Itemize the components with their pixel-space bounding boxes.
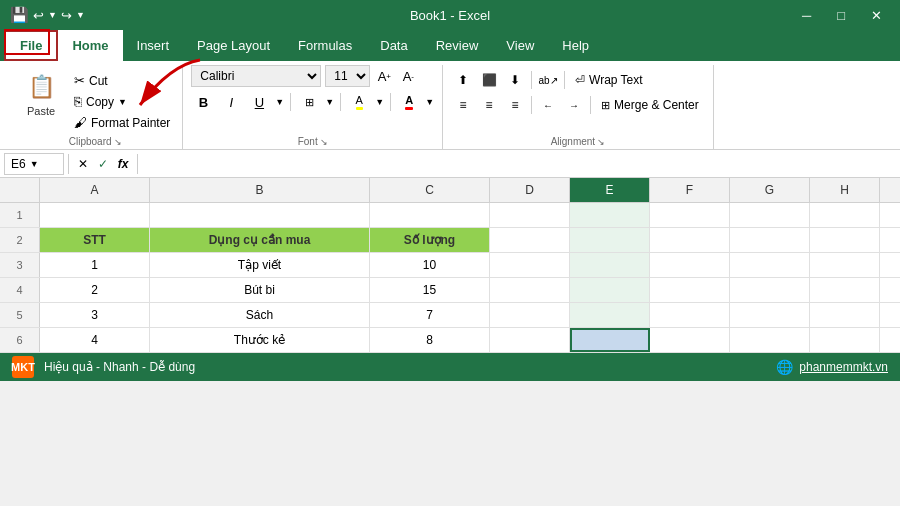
cell-c6[interactable]: 8 (370, 328, 490, 352)
cell-g5[interactable] (730, 303, 810, 327)
font-dialog-icon[interactable]: ↘ (320, 137, 328, 147)
cell-e4[interactable] (570, 278, 650, 302)
col-header-c[interactable]: C (370, 178, 490, 202)
cell-reference-box[interactable]: E6 ▼ (4, 153, 64, 175)
align-bottom-button[interactable]: ⬇ (503, 69, 527, 91)
underline-button[interactable]: U (247, 91, 271, 113)
cell-d2[interactable] (490, 228, 570, 252)
alignment-dialog-icon[interactable]: ↘ (597, 137, 605, 147)
cell-b6[interactable]: Thước kẻ (150, 328, 370, 352)
align-left-button[interactable]: ≡ (451, 94, 475, 116)
cell-f3[interactable] (650, 253, 730, 277)
italic-button[interactable]: I (219, 91, 243, 113)
cell-a6[interactable]: 4 (40, 328, 150, 352)
cell-c3[interactable]: 10 (370, 253, 490, 277)
cell-g1[interactable] (730, 203, 810, 227)
underline-dropdown-icon[interactable]: ▼ (275, 97, 284, 107)
cell-e2[interactable] (570, 228, 650, 252)
tab-data[interactable]: Data (366, 30, 421, 61)
website-url[interactable]: phanmemmkt.vn (799, 360, 888, 374)
cell-h6[interactable] (810, 328, 880, 352)
align-top-button[interactable]: ⬆ (451, 69, 475, 91)
cell-d6[interactable] (490, 328, 570, 352)
font-color-dropdown-icon[interactable]: ▼ (425, 97, 434, 107)
col-header-f[interactable]: F (650, 178, 730, 202)
minimize-button[interactable]: ─ (794, 6, 819, 25)
tab-review[interactable]: Review (422, 30, 493, 61)
customize-icon[interactable]: ▼ (76, 10, 85, 20)
cell-b2[interactable]: Dụng cụ cần mua (150, 228, 370, 252)
copy-button[interactable]: ⎘ Copy ▼ (70, 92, 174, 111)
tab-formulas[interactable]: Formulas (284, 30, 366, 61)
tab-view[interactable]: View (492, 30, 548, 61)
tab-help[interactable]: Help (548, 30, 603, 61)
cell-f5[interactable] (650, 303, 730, 327)
cell-f6[interactable] (650, 328, 730, 352)
close-button[interactable]: ✕ (863, 6, 890, 25)
align-right-button[interactable]: ≡ (503, 94, 527, 116)
decrease-font-button[interactable]: A- (398, 66, 418, 86)
formula-input[interactable] (142, 153, 896, 175)
save-icon[interactable]: 💾 (10, 6, 29, 24)
cell-e3[interactable] (570, 253, 650, 277)
merge-center-button[interactable]: ⊞ Merge & Center (595, 96, 705, 114)
cell-a4[interactable]: 2 (40, 278, 150, 302)
cell-g2[interactable] (730, 228, 810, 252)
tab-insert[interactable]: Insert (123, 30, 184, 61)
col-header-e[interactable]: E (570, 178, 650, 202)
increase-indent-button[interactable]: → (562, 94, 586, 116)
cell-c2[interactable]: Số lượng (370, 228, 490, 252)
col-header-h[interactable]: H (810, 178, 880, 202)
fill-color-button[interactable]: A (347, 91, 371, 113)
cell-h4[interactable] (810, 278, 880, 302)
fill-dropdown-icon[interactable]: ▼ (375, 97, 384, 107)
cancel-formula-button[interactable]: ✕ (73, 154, 93, 174)
cell-e6[interactable] (570, 328, 650, 352)
cell-a1[interactable] (40, 203, 150, 227)
font-name-select[interactable]: Calibri (191, 65, 321, 87)
tab-file[interactable]: File (4, 30, 58, 61)
cell-c1[interactable] (370, 203, 490, 227)
col-header-g[interactable]: G (730, 178, 810, 202)
cut-button[interactable]: ✂ Cut (70, 71, 174, 90)
cell-f4[interactable] (650, 278, 730, 302)
cell-d5[interactable] (490, 303, 570, 327)
col-header-a[interactable]: A (40, 178, 150, 202)
paste-button[interactable]: 📋 Paste (16, 67, 66, 121)
decrease-indent-button[interactable]: ← (536, 94, 560, 116)
align-middle-button[interactable]: ⬛ (477, 69, 501, 91)
cell-d4[interactable] (490, 278, 570, 302)
font-color-button[interactable]: A (397, 91, 421, 113)
cell-d1[interactable] (490, 203, 570, 227)
cell-d3[interactable] (490, 253, 570, 277)
copy-dropdown-icon[interactable]: ▼ (118, 97, 127, 107)
clipboard-dialog-icon[interactable]: ↘ (114, 137, 122, 147)
redo-icon[interactable]: ↪ (61, 8, 72, 23)
cell-e5[interactable] (570, 303, 650, 327)
orient-button[interactable]: ab↗ (536, 69, 560, 91)
undo-icon[interactable]: ↩ (33, 8, 44, 23)
cell-g3[interactable] (730, 253, 810, 277)
cell-b4[interactable]: Bút bi (150, 278, 370, 302)
cell-h3[interactable] (810, 253, 880, 277)
cell-f2[interactable] (650, 228, 730, 252)
cell-c4[interactable]: 15 (370, 278, 490, 302)
cell-e1[interactable] (570, 203, 650, 227)
confirm-formula-button[interactable]: ✓ (93, 154, 113, 174)
increase-font-button[interactable]: A+ (374, 66, 394, 86)
maximize-button[interactable]: □ (829, 6, 853, 25)
insert-function-button[interactable]: fx (113, 154, 133, 174)
cell-c5[interactable]: 7 (370, 303, 490, 327)
col-header-d[interactable]: D (490, 178, 570, 202)
undo-dropdown-icon[interactable]: ▼ (48, 10, 57, 20)
cell-a5[interactable]: 3 (40, 303, 150, 327)
cell-b1[interactable] (150, 203, 370, 227)
wrap-text-button[interactable]: ⏎ Wrap Text (569, 71, 649, 89)
cell-g6[interactable] (730, 328, 810, 352)
format-painter-button[interactable]: 🖌 Format Painter (70, 113, 174, 132)
cell-a2[interactable]: STT (40, 228, 150, 252)
cell-b3[interactable]: Tập viết (150, 253, 370, 277)
borders-dropdown-icon[interactable]: ▼ (325, 97, 334, 107)
cell-g4[interactable] (730, 278, 810, 302)
tab-page-layout[interactable]: Page Layout (183, 30, 284, 61)
